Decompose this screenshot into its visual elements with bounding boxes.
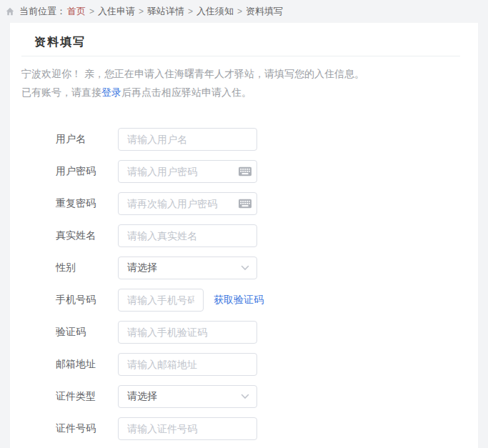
verification-code-input-wrap — [118, 321, 257, 344]
form-row-password: 用户密码 — [56, 160, 478, 183]
breadcrumb-label: 当前位置： — [19, 5, 66, 18]
phone-input-wrap — [118, 289, 204, 312]
password-label: 用户密码 — [56, 165, 118, 178]
keyboard-icon — [239, 167, 252, 176]
real-name-input-wrap — [118, 224, 257, 247]
username-label: 用户名 — [56, 133, 118, 146]
repeat-password-input[interactable] — [118, 192, 257, 215]
gender-label: 性别 — [56, 262, 118, 274]
breadcrumb-item-checkin-notice[interactable]: 入住须知 — [196, 5, 234, 18]
form-row-verification-code: 验证码 — [56, 321, 478, 344]
repeat-password-input-wrap — [118, 192, 257, 215]
form-row-phone: 手机号码 获取验证码 — [56, 289, 478, 312]
intro-line2-suffix: 后再点击相应驿站申请入住。 — [121, 86, 252, 98]
breadcrumb-item-apply[interactable]: 入住申请 — [98, 5, 135, 18]
intro-line-1: 宁波欢迎你！ 亲，您正在申请入住海曙青年人才驿站，请填写您的入住信息。 — [21, 64, 467, 83]
username-input-wrap — [118, 128, 257, 151]
username-input[interactable] — [118, 128, 257, 151]
form-card: 资料填写 宁波欢迎你！ 亲，您正在申请入住海曙青年人才驿站，请填写您的入住信息。… — [10, 23, 478, 448]
registration-form: 用户名 用户密码 重复密码 — [56, 128, 478, 440]
verification-code-label: 验证码 — [56, 326, 118, 339]
intro-line-2: 已有账号，请直接登录后再点击相应驿站申请入住。 — [21, 83, 467, 101]
login-link[interactable]: 登录 — [101, 86, 121, 98]
form-row-id-number: 证件号码 — [56, 417, 478, 440]
id-type-select[interactable]: 请选择 — [118, 385, 257, 408]
breadcrumb-separator: > — [89, 6, 94, 16]
form-row-email: 邮箱地址 — [56, 353, 478, 376]
email-input-wrap — [118, 353, 257, 376]
intro-line2-prefix: 已有账号，请直接 — [21, 86, 101, 98]
gender-select-value: 请选择 — [127, 262, 157, 274]
breadcrumb-separator: > — [237, 6, 242, 16]
form-row-id-type: 证件类型 请选择 — [56, 385, 478, 408]
form-row-repeat-password: 重复密码 — [56, 192, 478, 215]
password-input[interactable] — [118, 160, 257, 183]
chevron-down-icon — [241, 265, 249, 271]
gender-select[interactable]: 请选择 — [118, 257, 257, 279]
get-verification-code-link[interactable]: 获取验证码 — [214, 294, 264, 307]
id-number-input[interactable] — [118, 417, 257, 440]
breadcrumb-item-current: 资料填写 — [246, 5, 283, 18]
home-icon — [6, 7, 14, 16]
form-row-real-name: 真实姓名 — [56, 224, 478, 247]
page-title: 资料填写 — [34, 34, 478, 50]
id-type-select-value: 请选择 — [127, 390, 157, 403]
id-type-label: 证件类型 — [56, 390, 118, 403]
verification-code-input[interactable] — [118, 321, 257, 344]
chevron-down-icon — [241, 394, 249, 399]
breadcrumb-separator: > — [188, 6, 193, 16]
id-number-label: 证件号码 — [56, 422, 118, 435]
email-input[interactable] — [118, 353, 257, 376]
form-row-gender: 性别 请选择 — [56, 257, 478, 279]
phone-input[interactable] — [118, 289, 204, 312]
breadcrumb-item-home[interactable]: 首页 — [67, 5, 86, 18]
repeat-password-label: 重复密码 — [56, 197, 118, 210]
breadcrumb-item-station-detail[interactable]: 驿站详情 — [147, 5, 184, 18]
real-name-label: 真实姓名 — [56, 229, 118, 242]
intro-text: 宁波欢迎你！ 亲，您正在申请入住海曙青年人才驿站，请填写您的入住信息。 已有账号… — [21, 64, 467, 101]
real-name-input[interactable] — [118, 224, 257, 247]
id-number-input-wrap — [118, 417, 257, 440]
keyboard-icon — [239, 199, 252, 209]
form-row-username: 用户名 — [56, 128, 478, 151]
password-input-wrap — [118, 160, 257, 183]
breadcrumb-separator: > — [139, 6, 144, 16]
title-divider — [21, 56, 460, 56]
phone-label: 手机号码 — [56, 294, 118, 307]
email-label: 邮箱地址 — [56, 358, 118, 371]
breadcrumb: 当前位置： 首页 > 入住申请 > 驿站详情 > 入住须知 > 资料填写 — [0, 0, 488, 23]
